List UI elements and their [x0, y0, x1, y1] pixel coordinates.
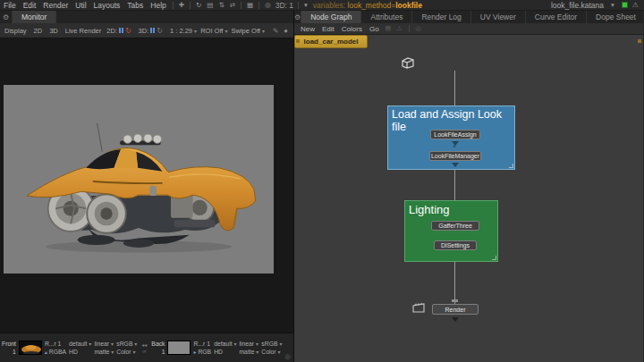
monitor-viewport[interactable] [0, 38, 293, 333]
front-colorspace-dropdown[interactable]: linear ▾ [94, 341, 114, 347]
pen-tool-icon[interactable]: ✎ [272, 27, 279, 35]
nodegraph-menubar: New Edit Colors Go ▤ ⚠ ◎ [294, 23, 643, 35]
tab-monitor[interactable]: Monitor [13, 11, 56, 23]
katana-window: File Edit Render Util Layouts Tabs Help … [0, 0, 644, 362]
loop-buffers-icon[interactable]: ∞ [142, 349, 146, 354]
recook-3d-icon[interactable]: ↻ [157, 27, 163, 35]
live-render-button[interactable]: Live Render [64, 27, 103, 35]
front-render-name[interactable]: R...r 1 [45, 341, 66, 347]
back-matte-dropdown[interactable]: matte ▾ [239, 349, 258, 355]
tab-node-graph[interactable]: Node Graph [301, 11, 361, 23]
front-frame-field[interactable]: 1 [13, 349, 16, 355]
view-2d-button[interactable]: 2D [32, 27, 45, 35]
underlay-toggle-icon[interactable]: ◎ [284, 353, 292, 362]
scenegraph-icon[interactable]: ◎ [262, 1, 274, 9]
back-preset-dropdown[interactable]: default ▾ [214, 341, 236, 347]
warning-icon[interactable]: ⚠ [394, 25, 403, 32]
pause-3d-icon[interactable] [150, 28, 155, 33]
dot-tool-icon[interactable]: ● [283, 27, 289, 35]
stack-icon[interactable]: ▤ [204, 1, 216, 9]
menu-edit[interactable]: Edit [20, 1, 40, 10]
node-lookfileassign-label: LookFileAssign [434, 131, 476, 138]
main-menubar: File Edit Render Util Layouts Tabs Help … [0, 0, 644, 11]
group-resize-handle[interactable] [492, 256, 496, 260]
back-display-dropdown[interactable]: sRGB ▾ [261, 341, 282, 347]
group-lighting[interactable]: Lighting [404, 200, 498, 262]
panel-gear-icon[interactable]: ⚙ [0, 11, 13, 23]
back-colorspace-dropdown[interactable]: linear ▾ [239, 341, 258, 347]
menu-render[interactable]: Render [39, 1, 72, 10]
view-flag-triangle[interactable] [452, 163, 459, 167]
geometry-box-icon [401, 56, 415, 70]
recook-2d-icon[interactable]: ↻ [125, 27, 131, 35]
front-view-dropdown[interactable]: Color ▾ [116, 349, 137, 355]
zoom-ratio-dropdown[interactable]: 1 : 2.29 ▾ [170, 27, 197, 35]
tab-curve-editor[interactable]: Curve Editor [526, 11, 587, 23]
menu-tabs[interactable]: Tabs [123, 1, 147, 10]
node-lookfilemanager[interactable]: LookFileManager [429, 151, 481, 161]
menu-util[interactable]: Util [72, 1, 89, 10]
pause-3d-group[interactable]: 3D: ↻ [139, 27, 163, 35]
node-flag-right[interactable] [638, 39, 641, 43]
messages-warning-icon[interactable]: ⚠ [632, 1, 639, 9]
project-filename[interactable]: look_file.katana [551, 1, 604, 10]
swipe-dropdown[interactable]: Swipe Off ▾ [232, 27, 266, 35]
back-render-name[interactable]: R...r 1 [193, 341, 211, 347]
front-display-dropdown[interactable]: sRGB ▾ [116, 341, 137, 347]
front-matte-dropdown[interactable]: matte ▾ [94, 349, 114, 355]
node-render[interactable]: Render [432, 304, 479, 315]
ng-menu-go[interactable]: Go [367, 25, 382, 33]
sync-icon[interactable]: ↻ [193, 1, 204, 9]
front-channels[interactable]: RGBA [49, 349, 66, 355]
render-status-indicator [622, 2, 628, 8]
node-flag-left[interactable] [296, 39, 300, 43]
nodegraph-canvas[interactable]: load_car_model Load and Assign Look file… [294, 35, 643, 362]
menubar-divider [173, 2, 174, 9]
snap-icon[interactable]: ◎ [414, 25, 423, 32]
variables-label: variables: [313, 1, 345, 10]
group-resize-handle[interactable] [509, 164, 513, 168]
pause-2d-icon[interactable] [119, 28, 123, 33]
tab-render-log[interactable]: Render Log [412, 11, 470, 23]
back-buffer-block: Back 1 R...r 1 ▸ RGB default ▾ HD linear… [151, 341, 282, 355]
node-load-car-model[interactable]: load_car_model [294, 35, 368, 48]
view-3d-button[interactable]: 3D [47, 27, 60, 35]
tab-attributes[interactable]: Attributes [361, 11, 412, 23]
ng-menu-edit[interactable]: Edit [319, 25, 337, 33]
back-channel-icon: ▸ [193, 349, 196, 355]
tab-dope-sheet[interactable]: Dope Sheet [587, 11, 644, 23]
display-button[interactable]: Display [3, 27, 29, 35]
tab-uv-viewer[interactable]: UV Viewer [471, 11, 526, 23]
node-lookfilemanager-label: LookFileManager [431, 153, 479, 159]
arrows-icon[interactable]: ⇄ [227, 1, 238, 9]
node-gafferthree[interactable]: GafferThree [431, 221, 479, 231]
variables-dropdown-icon[interactable]: ▾ [301, 1, 310, 9]
view-flag-triangle[interactable] [452, 317, 459, 322]
back-channels[interactable]: RGB [198, 349, 211, 355]
swap-icon[interactable]: ⇅ [216, 1, 226, 9]
bookmark-icon[interactable]: ▤ [384, 25, 394, 32]
factory-icon[interactable]: ▦ [244, 1, 256, 9]
panel-gear-icon[interactable]: ⚙ [294, 11, 301, 23]
back-frame-field[interactable]: 1 [162, 349, 165, 355]
ng-menu-colors[interactable]: Colors [339, 25, 365, 33]
back-thumbnail[interactable] [167, 341, 191, 355]
node-lookfileassign[interactable]: LookFileAssign [430, 130, 480, 139]
pause-2d-group[interactable]: 2D: ↻ [106, 27, 131, 35]
graph-state-variables[interactable]: variables: look_method=lookfile [310, 1, 422, 10]
menu-file[interactable]: File [0, 1, 20, 10]
prev-frames-icon[interactable]: ◂◂ [141, 341, 147, 348]
node-dlsettings[interactable]: DlSettings [434, 240, 477, 250]
front-preset-dropdown[interactable]: default ▾ [69, 341, 91, 347]
front-thumbnail[interactable] [19, 341, 42, 355]
node-dlsettings-label: DlSettings [441, 242, 470, 248]
menu-layouts[interactable]: Layouts [90, 1, 124, 10]
move-tool-icon[interactable]: ✚ [176, 1, 187, 9]
buffer-swap-controls[interactable]: ◂◂ ∞ [140, 341, 148, 354]
filename-dropdown-icon[interactable]: ▾ [608, 1, 617, 9]
back-view-dropdown[interactable]: Color ▾ [261, 349, 282, 355]
roi-dropdown[interactable]: ROI Off ▾ [200, 27, 227, 35]
ng-menu-new[interactable]: New [298, 25, 318, 33]
monitor-tabstrip: ⚙ Monitor [0, 11, 293, 23]
menu-help[interactable]: Help [147, 1, 169, 10]
